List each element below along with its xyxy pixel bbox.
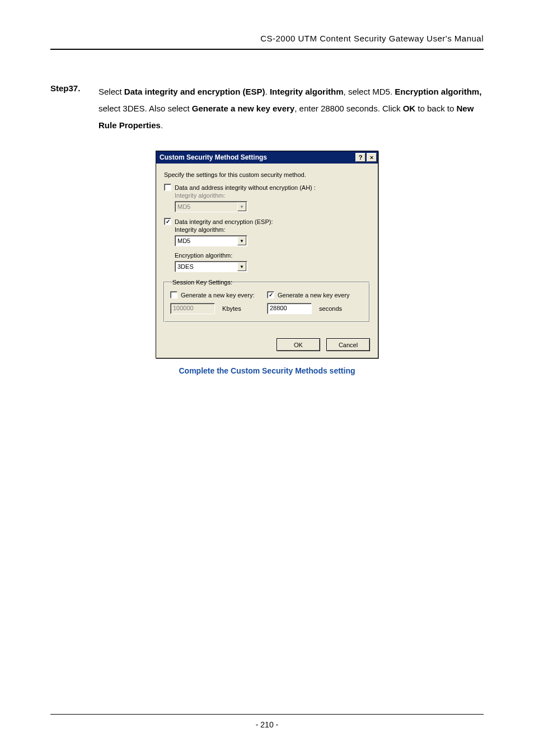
ok-button[interactable]: OK [277, 338, 320, 351]
dialog-title: Custom Security Method Settings [160, 153, 354, 161]
kbytes-label: Generate a new key every: [181, 292, 254, 298]
chevron-down-icon[interactable]: ▼ [237, 236, 246, 245]
kbytes-input: 100000 [170, 303, 215, 314]
check-icon: ✓ [269, 292, 273, 298]
seconds-input[interactable]: 28800 [267, 303, 312, 314]
kbytes-checkbox[interactable] [170, 291, 177, 298]
ah-label: Data and address integrity without encry… [175, 184, 316, 191]
esp-integrity-value: MD5 [177, 237, 190, 244]
t: OK [403, 104, 416, 113]
t: . [265, 87, 270, 96]
session-key-group: Session Key Settings: Generate a new key… [164, 279, 370, 323]
step-label: Step37. [50, 83, 99, 134]
esp-encryption-combo[interactable]: 3DES ▼ [175, 261, 247, 272]
t: Encryption algorithm, [395, 87, 481, 96]
t: Generate a new key every [192, 104, 294, 113]
esp-integrity-label: Integrity algorithm: [175, 226, 370, 233]
titlebar: Custom Security Method Settings ? × [156, 151, 378, 164]
page-footer: - 210 - [50, 714, 484, 729]
check-icon: ✓ [166, 219, 170, 225]
session-legend: Session Key Settings: [170, 279, 235, 286]
seconds-checkbox[interactable]: ✓ [267, 291, 274, 298]
t: , enter 28800 seconds. Click [294, 104, 402, 113]
chevron-down-icon: ▼ [237, 202, 246, 211]
kbytes-unit: Kbytes [222, 305, 241, 312]
chevron-down-icon[interactable]: ▼ [237, 262, 246, 271]
step-text: Select Data integrity and encryption (ES… [99, 83, 484, 134]
dialog-instruction: Specify the settings for this custom sec… [164, 171, 370, 178]
figure-caption: Complete the Custom Security Methods set… [50, 366, 484, 375]
help-button[interactable]: ? [355, 153, 366, 162]
t: . [161, 120, 163, 130]
esp-checkbox[interactable]: ✓ [164, 218, 171, 225]
page-header: CS-2000 UTM Content Security Gateway Use… [50, 34, 484, 50]
ah-integrity-combo: MD5 ▼ [175, 201, 247, 212]
t: , select MD5. [344, 87, 395, 96]
t: Integrity algorithm [270, 87, 344, 96]
esp-encryption-value: 3DES [177, 263, 194, 270]
t: Select [99, 87, 124, 96]
ah-checkbox[interactable] [164, 184, 171, 191]
seconds-label: Generate a new key every [278, 292, 349, 298]
esp-label: Data integrity and encryption (ESP): [175, 218, 273, 225]
t: select 3DES. Also select [99, 104, 192, 113]
ah-integrity-value: MD5 [177, 203, 190, 210]
step-block: Step37. Select Data integrity and encryp… [50, 83, 484, 134]
seconds-unit: seconds [319, 305, 342, 312]
ah-integrity-label: Integrity algorithm: [175, 192, 370, 199]
t: to back to [415, 104, 456, 113]
esp-encryption-label: Encryption algorithm: [175, 252, 370, 259]
t: Data integrity and encryption (ESP) [124, 87, 265, 96]
cancel-button[interactable]: Cancel [326, 338, 370, 351]
page-number: - 210 - [256, 720, 278, 729]
close-button[interactable]: × [367, 153, 377, 162]
custom-security-method-dialog: Custom Security Method Settings ? × Spec… [156, 151, 378, 358]
esp-integrity-combo[interactable]: MD5 ▼ [175, 235, 247, 246]
